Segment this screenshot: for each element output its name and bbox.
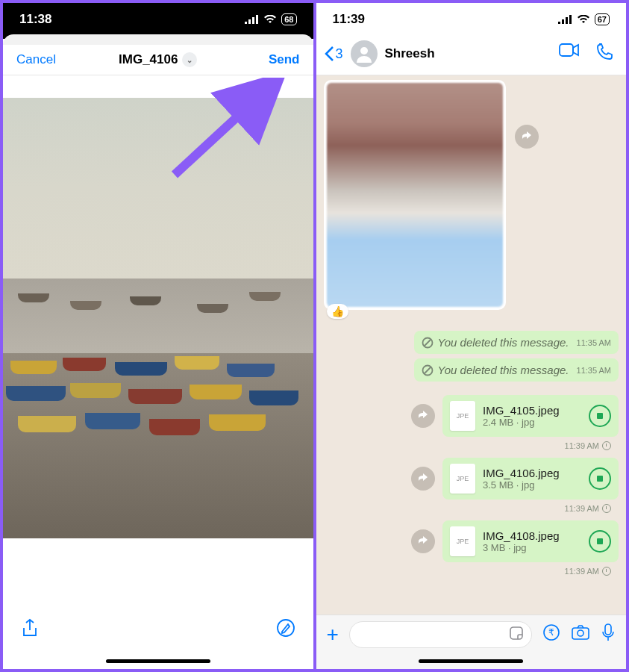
file-type-icon: JPE (450, 464, 475, 494)
wifi-icon (577, 15, 590, 24)
battery-indicator: 67 (595, 13, 610, 25)
file-title[interactable]: IMG_4106 ⌄ (119, 52, 197, 67)
file-message[interactable]: JPE IMG_4106.jpeg 3.5 MB · jpg (442, 458, 619, 500)
svg-line-7 (424, 367, 431, 373)
status-indicators: 67 (557, 13, 610, 25)
message-input[interactable] (349, 621, 532, 648)
unread-count: 3 (336, 46, 343, 62)
prohibited-icon (422, 337, 434, 349)
file-type-icon: JPE (450, 401, 475, 431)
status-bar: 11:38 68 (3, 3, 313, 33)
message-time: 11:35 AM (577, 366, 611, 375)
right-screenshot-whatsapp-chat: 11:39 67 3 Shreesh 👍 (316, 3, 627, 669)
message-status: 11:39 AM (324, 441, 612, 450)
file-message[interactable]: JPE IMG_4108.jpeg 3 MB · jpg (442, 520, 619, 562)
send-button[interactable]: Send (197, 52, 299, 67)
status-time: 11:38 (19, 12, 51, 27)
chevron-left-icon (324, 46, 334, 62)
message-status: 11:39 AM (324, 567, 612, 576)
forward-button[interactable] (411, 467, 435, 491)
home-indicator[interactable] (106, 659, 210, 663)
outgoing-file-row: JPE IMG_4106.jpeg 3.5 MB · jpg (324, 458, 619, 500)
share-icon[interactable] (21, 618, 39, 644)
back-button[interactable]: 3 (324, 46, 343, 62)
forward-button[interactable] (515, 125, 539, 149)
file-name: IMG_4105.jpeg (483, 404, 581, 417)
cellular-icon (557, 15, 572, 24)
file-name: IMG_4108.jpeg (483, 529, 581, 542)
cancel-upload-button[interactable] (589, 467, 611, 490)
photo-preview[interactable] (3, 98, 313, 538)
video-call-button[interactable] (559, 43, 580, 65)
file-message[interactable]: JPE IMG_4105.jpeg 2.4 MB · jpg (442, 395, 619, 437)
prohibited-icon (422, 364, 434, 376)
battery-indicator: 68 (281, 13, 296, 25)
svg-rect-13 (605, 624, 611, 635)
file-size: 3 MB · jpg (483, 542, 581, 553)
deleted-message: You deleted this message. 11:35 AM (414, 331, 619, 354)
mic-button[interactable] (601, 623, 616, 647)
svg-rect-8 (510, 627, 522, 639)
wifi-icon (263, 15, 277, 24)
cancel-button[interactable]: Cancel (16, 52, 119, 67)
clock-icon (602, 441, 611, 450)
incoming-image-message[interactable]: 👍 (324, 80, 506, 310)
attach-button[interactable]: + (327, 623, 339, 647)
cellular-icon (244, 15, 259, 24)
svg-point-12 (578, 630, 583, 636)
outgoing-file-row: JPE IMG_4105.jpeg 2.4 MB · jpg (324, 395, 619, 437)
clock-icon (602, 504, 611, 513)
svg-line-5 (424, 339, 431, 346)
camera-button[interactable] (571, 624, 590, 645)
cancel-upload-button[interactable] (589, 405, 611, 427)
chat-header: 3 Shreesh (316, 33, 627, 75)
person-icon (355, 45, 373, 63)
cancel-upload-button[interactable] (589, 530, 611, 553)
left-screenshot-share-sheet: 11:38 68 Cancel IMG_4106 ⌄ Send (3, 3, 316, 669)
status-indicators: 68 (244, 13, 296, 25)
sticker-icon[interactable] (509, 626, 524, 644)
forward-button[interactable] (411, 404, 435, 428)
payments-button[interactable]: ₹ (542, 623, 560, 646)
share-sheet-header: Cancel IMG_4106 ⌄ Send (3, 45, 313, 75)
message-time: 11:35 AM (577, 338, 611, 347)
reaction-badge[interactable]: 👍 (327, 304, 348, 319)
file-size: 2.4 MB · jpg (483, 417, 581, 428)
deleted-message: You deleted this message. 11:35 AM (414, 358, 619, 382)
svg-point-2 (360, 47, 368, 55)
contact-avatar[interactable] (351, 40, 378, 67)
status-bar: 11:39 67 (316, 3, 627, 33)
file-name: IMG_4106.jpeg (483, 467, 581, 479)
audio-call-button[interactable] (596, 43, 614, 65)
message-status: 11:39 AM (324, 504, 612, 513)
forward-button[interactable] (411, 529, 435, 553)
markup-icon[interactable] (276, 618, 295, 644)
clock-icon (602, 567, 611, 576)
home-indicator[interactable] (419, 659, 523, 663)
outgoing-file-row: JPE IMG_4108.jpeg 3 MB · jpg (324, 520, 619, 562)
chat-body[interactable]: 👍 You deleted this message. 11:35 AM You… (316, 75, 627, 634)
chevron-down-icon: ⌄ (182, 52, 197, 67)
svg-text:₹: ₹ (548, 627, 554, 638)
status-time: 11:39 (333, 12, 365, 27)
file-type-icon: JPE (450, 526, 475, 556)
contact-name[interactable]: Shreesh (385, 46, 551, 61)
file-size: 3.5 MB · jpg (483, 479, 581, 491)
svg-rect-3 (560, 44, 573, 56)
